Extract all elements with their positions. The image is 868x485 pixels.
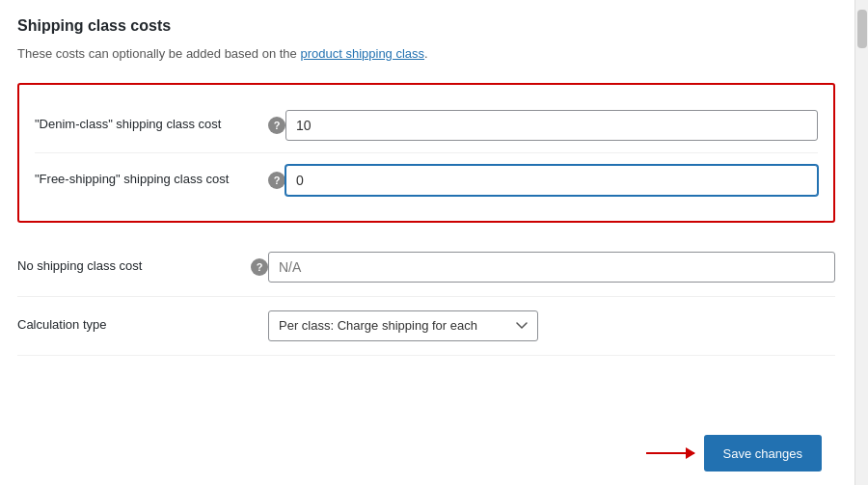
calculation-type-select[interactable]: Per class: Charge shipping for each Per … bbox=[268, 310, 538, 341]
save-changes-button[interactable]: Save changes bbox=[704, 435, 822, 472]
denim-class-help-icon[interactable]: ? bbox=[268, 117, 285, 134]
no-shipping-class-cost-input[interactable] bbox=[268, 252, 835, 283]
calculation-type-row: Calculation type Per class: Charge shipp… bbox=[17, 297, 835, 356]
denim-class-row: "Denim-class" shipping class cost ? bbox=[35, 98, 818, 152]
arrow-line bbox=[646, 452, 694, 454]
no-shipping-class-row: No shipping class cost ? bbox=[17, 238, 835, 297]
denim-class-label-group: "Denim-class" shipping class cost ? bbox=[35, 116, 285, 133]
scrollbar-thumb bbox=[857, 10, 867, 48]
free-shipping-row: "Free-shipping" shipping class cost ? bbox=[35, 152, 818, 207]
product-shipping-class-link[interactable]: product shipping class bbox=[300, 46, 424, 61]
page-title: Shipping class costs bbox=[17, 17, 835, 35]
highlighted-section: "Denim-class" shipping class cost ? "Fre… bbox=[17, 83, 835, 223]
denim-class-cost-input[interactable] bbox=[285, 110, 818, 141]
free-shipping-label: "Free-shipping" shipping class cost bbox=[35, 171, 262, 188]
bottom-bar: Save changes bbox=[0, 421, 841, 485]
calculation-type-label: Calculation type bbox=[17, 316, 268, 334]
page-container: Shipping class costs These costs can opt… bbox=[0, 0, 868, 485]
description-prefix: These costs can optionally be added base… bbox=[17, 46, 300, 61]
main-content: Shipping class costs These costs can opt… bbox=[0, 0, 854, 485]
section-description: These costs can optionally be added base… bbox=[17, 44, 835, 64]
scrollbar[interactable] bbox=[854, 0, 868, 485]
calculation-type-label-group: Calculation type bbox=[17, 316, 268, 334]
free-shipping-cost-input[interactable] bbox=[285, 165, 818, 196]
outer-rows-container: No shipping class cost ? Calculation typ… bbox=[17, 238, 835, 356]
free-shipping-help-icon[interactable]: ? bbox=[268, 172, 285, 189]
no-shipping-class-label-group: No shipping class cost ? bbox=[17, 257, 268, 275]
free-shipping-label-group: "Free-shipping" shipping class cost ? bbox=[35, 171, 285, 188]
description-suffix: . bbox=[424, 46, 428, 61]
arrow-indicator bbox=[646, 452, 694, 454]
no-shipping-class-help-icon[interactable]: ? bbox=[251, 258, 268, 276]
no-shipping-class-label: No shipping class cost bbox=[17, 257, 245, 275]
denim-class-label: "Denim-class" shipping class cost bbox=[35, 116, 262, 133]
